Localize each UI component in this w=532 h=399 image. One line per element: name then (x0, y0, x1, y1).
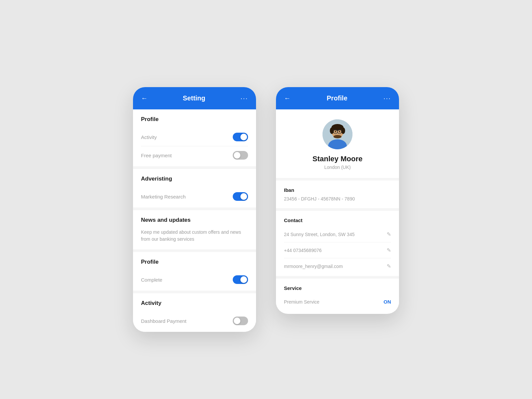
iban-section: Iban 23456 - DFGHJ - 45678NN - 7890 (276, 181, 399, 208)
advertising-section-title: Adveristing (141, 176, 248, 182)
setting-phone: ← Setting ··· Profile Activity Free paym… (133, 87, 256, 332)
free-payment-toggle[interactable] (233, 151, 248, 160)
free-payment-label: Free payment (141, 153, 172, 158)
svg-point-11 (339, 131, 340, 132)
dashboard-label: Dashboard Payment (141, 318, 187, 324)
setting-title: Setting (183, 94, 205, 102)
user-location: London (UK) (324, 165, 350, 170)
complete-label: Complete (141, 277, 162, 283)
app-container: ← Setting ··· Profile Activity Free paym… (133, 67, 399, 332)
activity-row: Activity (141, 128, 248, 146)
setting-more-button[interactable]: ··· (240, 94, 248, 102)
profile-title: Profile (327, 94, 347, 102)
activity-section-title: Activity (141, 300, 248, 307)
iban-title: Iban (284, 187, 391, 193)
dashboard-row: Dashboard Payment (141, 312, 248, 325)
setting-body: Profile Activity Free payment (133, 109, 256, 332)
news-section-title: News and updates (141, 217, 248, 223)
profile-body: Stanley Moore London (UK) Iban 23456 - D… (276, 109, 399, 311)
profile-header: ← Profile ··· (276, 87, 399, 109)
advertising-section: Adveristing Marketing Research (133, 169, 256, 207)
complete-row: Complete (141, 271, 248, 284)
premium-service-status[interactable]: ON (384, 299, 391, 305)
svg-point-4 (330, 127, 334, 134)
phone-value: +44 07345689076 (284, 248, 322, 253)
setting-back-button[interactable]: ← (141, 94, 148, 102)
user-name: Stanley Moore (313, 155, 362, 163)
free-payment-row: Free payment (141, 146, 248, 160)
dashboard-toggle[interactable] (233, 317, 248, 325)
activity-label: Activity (141, 134, 157, 140)
iban-value: 23456 - DFGHJ - 45678NN - 7890 (284, 196, 391, 201)
contact-section: Contact 24 Sunny Street, London, SW 345 … (276, 211, 399, 276)
profile-complete-section: Profile Complete (133, 252, 256, 291)
contact-title: Contact (284, 217, 391, 223)
profile-back-button[interactable]: ← (284, 94, 291, 102)
profile-section: Profile Activity Free payment (133, 109, 256, 166)
address-edit-icon[interactable]: ✎ (387, 231, 391, 237)
premium-service-label: Premium Service (284, 299, 320, 305)
phone-edit-icon[interactable]: ✎ (387, 247, 391, 253)
activity-toggle[interactable] (233, 133, 248, 141)
premium-row: Premium Service ON (284, 294, 391, 305)
activity-section: Activity Dashboard Payment (133, 293, 256, 332)
setting-header: ← Setting ··· (133, 87, 256, 109)
avatar-section: Stanley Moore London (UK) (276, 109, 399, 178)
phone-row: +44 07345689076 ✎ (284, 242, 391, 258)
address-value: 24 Sunny Street, London, SW 345 (284, 232, 354, 237)
svg-point-10 (335, 131, 336, 132)
marketing-label: Marketing Research (141, 194, 186, 200)
service-title: Service (284, 285, 391, 291)
marketing-row: Marketing Research (141, 188, 248, 201)
profile-section-title: Profile (141, 116, 248, 123)
service-section: Service Premium Service ON (276, 279, 399, 311)
svg-point-9 (333, 135, 341, 138)
svg-point-5 (341, 127, 345, 134)
profile-more-button[interactable]: ··· (383, 94, 391, 102)
marketing-toggle[interactable] (233, 192, 248, 201)
email-value: mrmoore_henry@gmail.com (284, 264, 343, 269)
profile-phone: ← Profile ··· (276, 87, 399, 314)
news-section: News and updates Keep me updated about c… (133, 210, 256, 249)
news-section-description: Keep me updated about custom offers and … (141, 229, 248, 243)
profile-complete-title: Profile (141, 259, 248, 265)
email-row: mrmoore_henry@gmail.com ✎ (284, 258, 391, 269)
complete-toggle[interactable] (233, 275, 248, 284)
avatar (323, 119, 352, 149)
email-edit-icon[interactable]: ✎ (387, 263, 391, 269)
address-row: 24 Sunny Street, London, SW 345 ✎ (284, 226, 391, 242)
